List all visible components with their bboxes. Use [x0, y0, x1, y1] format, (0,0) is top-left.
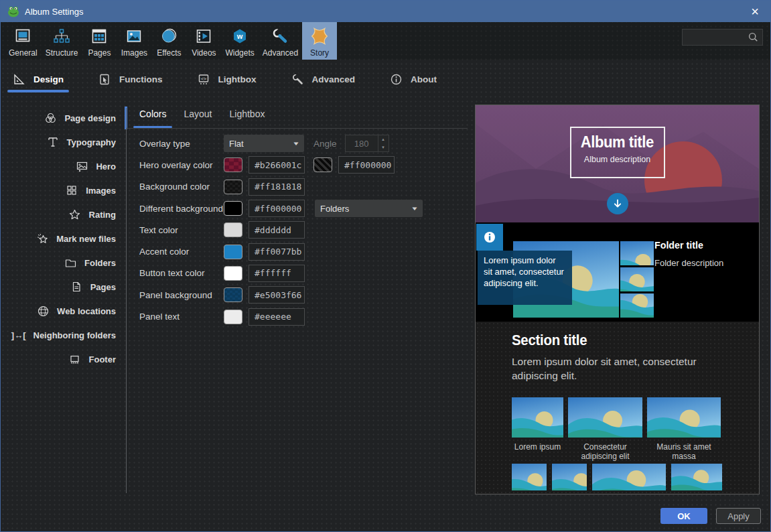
text-color-swatch[interactable]: [224, 222, 242, 237]
sidebar-item-folders[interactable]: Folders: [1, 251, 125, 275]
spin-up-icon[interactable]: ▲: [378, 135, 389, 143]
search-input[interactable]: [683, 33, 748, 42]
overlay-type-dropdown[interactable]: Flat ▼: [224, 135, 304, 152]
different-background-swatch[interactable]: [224, 201, 242, 216]
tab-functions[interactable]: Functions: [96, 60, 165, 98]
sidebar-item-rating[interactable]: Rating: [1, 202, 125, 226]
thumbnail-cell[interactable]: Lorem ipsum: [512, 397, 563, 462]
sidebar-item-neighboring-folders[interactable]: ]↔[ Neighboring folders: [1, 323, 125, 347]
toolbar-item-pages[interactable]: Pages: [82, 22, 117, 60]
thumbnail-image: [568, 397, 642, 438]
ok-button[interactable]: OK: [660, 508, 707, 524]
sidebar-item-web-locations[interactable]: Web locations: [1, 299, 125, 323]
sidebar-item-hero[interactable]: Hero: [1, 154, 125, 178]
tab-lightbox[interactable]: <> Lightbox: [195, 60, 259, 98]
tab-advanced[interactable]: Advanced: [289, 60, 358, 98]
folder-icon: [64, 257, 77, 269]
hero-overlay-color2-value[interactable]: #ff000000: [338, 156, 395, 174]
sidebar-item-page-design[interactable]: Page design: [1, 106, 125, 130]
sidebar-item-pages[interactable]: Pages: [1, 275, 125, 299]
folder-thumb: [620, 267, 654, 291]
toolbar-item-effects[interactable]: Effects: [151, 22, 186, 60]
background-color-value[interactable]: #ff181818: [249, 178, 305, 196]
tab-design[interactable]: Design: [10, 60, 66, 98]
grid-icon: [65, 184, 78, 196]
thumbnail-image[interactable]: [552, 464, 587, 490]
toolbar-item-videos[interactable]: Videos: [186, 22, 221, 60]
button-text-color-value[interactable]: #ffffff: [249, 265, 305, 282]
sidebar-item-typography[interactable]: Typography: [1, 130, 125, 154]
panel-text-value[interactable]: #eeeeee: [249, 308, 305, 326]
sidebar-item-label: Mark new files: [56, 234, 116, 244]
toolbar-label: Images: [121, 48, 147, 58]
toolbar-item-advanced[interactable]: Advanced: [259, 22, 302, 60]
text-color-value[interactable]: #dddddd: [249, 221, 305, 239]
scroll-down-arrow-button[interactable]: [607, 193, 628, 214]
toolbar-item-structure[interactable]: Structure: [42, 22, 82, 60]
toolbar-label: Effects: [157, 48, 181, 58]
folder-info-icon[interactable]: [476, 224, 503, 251]
sidebar-item-label: Footer: [89, 354, 116, 364]
thumbnail-caption: Lorem ipsum: [512, 442, 563, 452]
spinner-buttons[interactable]: ▲▼: [378, 135, 389, 151]
toolbar-item-widgets[interactable]: w Widgets: [221, 22, 258, 60]
hero-image-icon: [75, 160, 88, 173]
sidebar-item-label: Rating: [89, 210, 116, 220]
app-logo-frog-icon: [7, 5, 19, 17]
dropdown-value: Flat: [229, 139, 244, 149]
thumbnail-image[interactable]: [512, 464, 547, 490]
star-sparkle-icon: [36, 232, 49, 245]
panel-text-swatch[interactable]: [224, 310, 242, 324]
close-button[interactable]: ×: [740, 1, 770, 22]
toolbar-item-story[interactable]: Story: [302, 22, 337, 60]
angle-spinner[interactable]: 180 ▲▼: [345, 135, 389, 152]
field-label: Hero overlay color: [139, 160, 224, 170]
hero-overlay-color2-swatch[interactable]: [313, 157, 332, 172]
album-description: Album description: [584, 155, 650, 164]
sidebar-item-label: Images: [86, 186, 116, 196]
panel-background-swatch[interactable]: [224, 287, 242, 302]
album-preview: Album title Album description: [475, 105, 760, 494]
sidebar-item-label: Page design: [64, 113, 116, 123]
subtab-divider: [127, 128, 468, 129]
different-background-value[interactable]: #ff000000: [249, 200, 305, 217]
sidebar-item-footer[interactable]: Footer: [1, 347, 125, 371]
hero-overlay-color-value[interactable]: #b266001c: [249, 156, 305, 174]
subtab-colors[interactable]: Colors: [139, 109, 166, 128]
thumbnail-cell[interactable]: Consectetur adipiscing elit: [568, 397, 642, 462]
album-title: Album title: [581, 133, 654, 151]
different-background-dropdown[interactable]: Folders ▼: [315, 200, 423, 217]
panel-background-value[interactable]: #e5003f66: [249, 286, 305, 304]
star-icon: [68, 208, 82, 221]
globe-icon: [36, 305, 50, 318]
folder-thumbnail-stack: [620, 241, 654, 318]
apply-button[interactable]: Apply: [716, 508, 761, 524]
thumbnail-cell[interactable]: Mauris sit amet massa: [647, 397, 721, 462]
spin-down-icon[interactable]: ▼: [378, 143, 389, 151]
accent-color-value[interactable]: #ff0077bb: [249, 243, 305, 261]
sidebar-item-images[interactable]: Images: [1, 178, 125, 202]
search-icon: [748, 32, 762, 42]
chevron-down-icon: ▼: [411, 206, 419, 212]
sidebar: Page design Typography Hero: [1, 100, 125, 371]
thumbnail-caption: Mauris sit amet massa: [647, 442, 721, 462]
thumbnail-image[interactable]: [671, 464, 722, 490]
subtab-layout[interactable]: Layout: [184, 109, 212, 128]
structure-tree-icon: [52, 25, 71, 47]
toolbar-item-images[interactable]: Images: [117, 22, 151, 60]
subtab-lightbox[interactable]: Lightbox: [230, 109, 265, 128]
hero-overlay-color-swatch[interactable]: [224, 157, 242, 172]
document-icon: [70, 281, 83, 293]
row-panel-background: Panel background #e5003f66: [127, 284, 468, 306]
sidebar-item-mark-new-files[interactable]: Mark new files: [1, 226, 125, 251]
accent-color-swatch[interactable]: [224, 245, 242, 259]
sidebar-item-label: Typography: [67, 137, 116, 147]
folder-overlay-panel: Lorem ipsum dolor sit amet, consectetur …: [478, 251, 572, 305]
story-leather-icon: [310, 25, 329, 47]
button-text-color-swatch[interactable]: [224, 266, 242, 281]
thumbnail-image[interactable]: [592, 464, 666, 490]
toolbar-item-general[interactable]: General: [5, 22, 42, 60]
background-color-swatch[interactable]: [224, 180, 242, 194]
design-ruler-icon: [13, 73, 25, 86]
tab-about[interactable]: About: [387, 60, 439, 98]
